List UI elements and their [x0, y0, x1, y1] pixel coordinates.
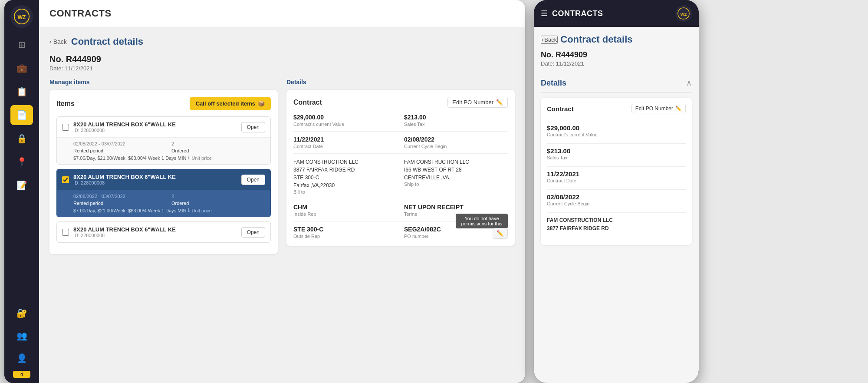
app-logo: WZ: [10, 5, 33, 28]
sidebar-item-documents[interactable]: 📝: [10, 175, 33, 195]
divider-3: [293, 199, 508, 199]
item-checkbox-2[interactable]: [62, 176, 69, 183]
phone-cycle-begin-value: 02/08/2022: [547, 193, 686, 201]
info-icon-1: ℹ: [188, 155, 190, 161]
locations-icon: 📍: [16, 157, 27, 167]
po-number-block: SEG2A/082C PO number You do not have per…: [404, 226, 508, 239]
unit-price-label-2: Unit price: [191, 208, 211, 213]
details-grid-2: 11/22/2021 Contract Date 02/08/2022 Curr…: [293, 136, 508, 149]
unit-price-value-1: $7.00/Day, $21.00/Week, $63.00/4 Week 1 …: [73, 155, 186, 161]
item-name-2: 8X20 ALUM TRENCH BOX 6"WALL KE: [73, 174, 237, 180]
bill-to-address1: 3877 FAIRFAX RIDGE RD: [293, 166, 397, 174]
edit-po-button[interactable]: Edit PO Number ✏️: [447, 97, 508, 108]
details-section-label: Details: [286, 79, 515, 86]
info-icon-2: ℹ: [188, 208, 190, 213]
item-open-btn-2[interactable]: Open: [241, 175, 265, 185]
phone-app-logo: WZ: [675, 5, 692, 22]
phone-contract-date-item: 11/22/2021 Contract Date: [547, 170, 686, 183]
ordered-field-label-2: Ordered: [171, 201, 265, 206]
calloff-button[interactable]: Call off selected items 📦: [190, 97, 271, 110]
sidebar-item-jobs[interactable]: 💼: [10, 58, 33, 78]
sidebar-item-dashboard[interactable]: ⊞: [10, 35, 33, 55]
sidebar-item-reports[interactable]: 📋: [10, 82, 33, 102]
phone-sales-tax-label: Sales Tax: [547, 155, 686, 160]
item-name-1: 8X20 ALUM TRENCH BOX 6"WALL KE: [73, 121, 237, 128]
rented-period-label-1: 02/08/2022 - 03/07/2022: [73, 141, 167, 146]
back-chevron-icon: ‹: [49, 38, 52, 45]
phone-divider-4: [547, 212, 686, 213]
item-open-btn-3[interactable]: Open: [241, 227, 265, 238]
phone-back-label: Back: [544, 36, 557, 43]
ship-to-label: Ship to: [404, 182, 508, 187]
contract-date-label: Contract Date: [293, 144, 397, 149]
item-top-2: 8X20 ALUM TRENCH BOX 6"WALL KE ID: 22800…: [57, 169, 270, 190]
sidebar-item-permissions[interactable]: 🔐: [10, 303, 33, 323]
sidebar-item-security[interactable]: 🔒: [10, 129, 33, 149]
item-top-1: 8X20 ALUM TRENCH BOX 6"WALL KE ID: 22800…: [57, 117, 270, 137]
phone-edit-po-button[interactable]: Edit PO Number ✏️: [631, 104, 686, 113]
item-details-1: 02/08/2022 - 03/07/2022 2 Rented period …: [57, 137, 270, 164]
phone-contract-date-label: Contract Date: [547, 178, 686, 183]
jobs-icon: 💼: [16, 63, 27, 73]
item-row-1: 8X20 ALUM TRENCH BOX 6"WALL KE ID: 22800…: [56, 116, 271, 165]
sales-tax-label: Sales Tax: [404, 122, 508, 127]
cycle-begin-block: 02/08/2022 Current Cycle Begin: [404, 136, 508, 149]
ship-to-block: FAM CONSTRUCTION LLC I66 WB WEST OF RT 2…: [404, 158, 508, 195]
back-button[interactable]: ‹ Back: [49, 38, 67, 45]
details-card: Contract Edit PO Number ✏️ $29,000.00 Co…: [286, 90, 515, 246]
svg-text:WZ: WZ: [681, 12, 687, 17]
sidebar-item-locations[interactable]: 📍: [10, 152, 33, 172]
phone-sales-tax-item: $213.00 Sales Tax: [547, 147, 686, 160]
item-top-3: 8X20 ALUM TRENCH BOX 6"WALL KE ID: 22800…: [57, 222, 270, 242]
manage-items-label: Manage items: [49, 79, 278, 86]
phone-content: ‹ Back Contract details No. R444909 Date…: [534, 27, 699, 383]
phone-edit-po-label: Edit PO Number: [635, 106, 673, 112]
sidebar-bottom: 🔐 👥 👤 4: [10, 303, 33, 378]
item-checkbox-3[interactable]: [62, 229, 69, 236]
rented-period-label-2: 02/08/2022 - 03/07/2022: [73, 194, 167, 199]
item-details-2: 02/08/2022 - 03/07/2022 2 Rented period …: [57, 190, 270, 217]
hamburger-icon[interactable]: ☰: [541, 9, 548, 18]
phone-back-button[interactable]: ‹ Back: [541, 36, 558, 44]
ship-to-name: FAM CONSTRUCTION LLC: [404, 158, 508, 166]
ordered-value-1: 2: [171, 141, 265, 146]
contract-details-heading: Contract details: [71, 36, 143, 47]
po-edit-btn[interactable]: ✏️: [493, 228, 508, 239]
page-header: CONTRACTS: [39, 0, 525, 27]
rented-period-field-label-1: Rented period: [73, 148, 167, 153]
bill-to-city: Fairfax ,VA,22030: [293, 182, 397, 189]
contracts-icon: 📄: [16, 110, 27, 120]
rented-period-field-label-2: Rented period: [73, 201, 167, 206]
outside-rep-block: STE 300-C Outside Rep: [293, 226, 397, 239]
contract-date-block: 11/22/2021 Contract Date: [293, 136, 397, 149]
item-id-1: ID: 228000008: [73, 128, 237, 133]
phone-section-title: Details: [541, 79, 566, 88]
calloff-label: Call off selected items: [196, 100, 255, 107]
phone-details-title: Contract details: [560, 34, 632, 45]
cycle-begin-value: 02/08/2022: [404, 136, 508, 143]
phone-collapse-icon[interactable]: ∧: [686, 78, 692, 88]
edit-po-small-icon: ✏️: [496, 230, 504, 237]
bill-to-address2: STE 300-C: [293, 174, 397, 182]
details-column: Details Contract Edit PO Number ✏️ $29,0…: [286, 79, 515, 374]
page-title: CONTRACTS: [49, 8, 112, 19]
permissions-tooltip: You do not have permissions for this: [456, 214, 508, 228]
back-label: Back: [53, 38, 67, 45]
ship-to-address2: CENTREVILLE ,VA,: [404, 174, 508, 182]
item-open-btn-1[interactable]: Open: [241, 122, 265, 132]
details-grid: $29,000.00 Contract's current Value $213…: [293, 114, 508, 127]
sidebar-item-profile[interactable]: 👤: [10, 348, 33, 368]
contract-date-value: 11/22/2021: [293, 136, 397, 143]
unit-price-value-2: $7.00/Day, $21.00/Week, $63.00/4 Week 1 …: [73, 208, 186, 213]
divider-1: [293, 131, 508, 132]
security-icon: 🔒: [16, 133, 27, 144]
sidebar-item-team[interactable]: 👥: [10, 326, 33, 346]
inside-rep-label: Inside Rep: [293, 211, 397, 217]
sidebar-item-contracts[interactable]: 📄: [10, 105, 33, 125]
items-header: Items Call off selected items 📦: [56, 97, 271, 110]
phone-cycle-begin-item: 02/08/2022 Current Cycle Begin: [547, 193, 686, 206]
tablet-device: WZ ⊞ 💼 📋 📄 🔒 📍 📝 🔐 👥: [4, 0, 525, 383]
two-column-layout: Manage items Items Call off selected ite…: [49, 79, 515, 374]
phone-ship-to-name: FAM CONSTRUCTION LLC: [547, 216, 686, 225]
item-checkbox-1[interactable]: [62, 124, 69, 131]
